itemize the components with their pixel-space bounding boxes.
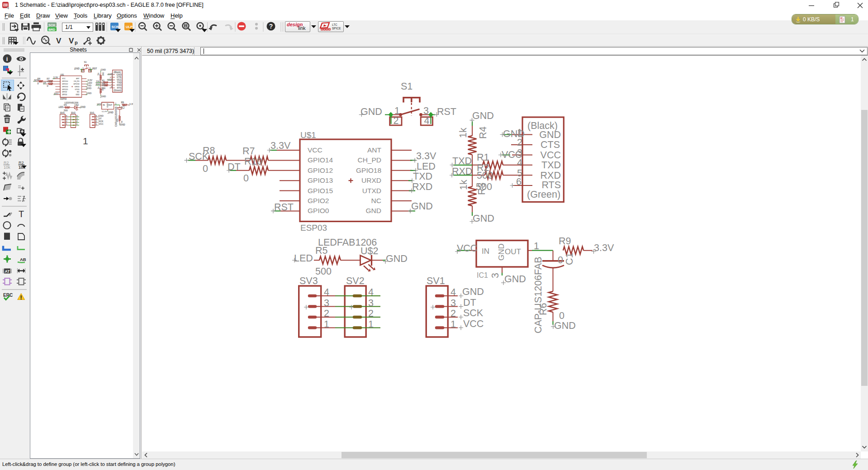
svg-text:R3: R3 — [476, 182, 487, 195]
svg-text:TXD: TXD — [452, 156, 472, 166]
svg-text:500: 500 — [477, 170, 493, 181]
svg-text:VCC: VCC — [463, 318, 484, 329]
svg-text:GPIO2: GPIO2 — [308, 197, 329, 204]
svg-text:RST: RST — [274, 202, 294, 213]
svg-text:3: 3 — [490, 273, 501, 278]
svg-text:TXD: TXD — [413, 171, 432, 182]
svg-text:1: 1 — [517, 127, 522, 138]
svg-text:ESP03: ESP03 — [300, 223, 327, 233]
svg-text:0: 0 — [243, 173, 249, 184]
svg-text:0: 0 — [558, 255, 563, 266]
svg-text:LED: LED — [417, 161, 436, 172]
svg-text:R5: R5 — [315, 245, 328, 256]
svg-text:OUT: OUT — [505, 247, 521, 256]
svg-text:R2: R2 — [4, 161, 9, 165]
svg-text:4: 4 — [324, 287, 329, 298]
svg-text:10k: 10k — [4, 165, 10, 170]
svg-text:2: 2 — [394, 115, 399, 126]
svg-text:GND: GND — [504, 274, 526, 285]
svg-text:SCH: SCH — [3, 4, 9, 6]
svg-text:R6: R6 — [538, 303, 549, 315]
svg-text:2: 2 — [324, 308, 329, 319]
svg-text:LED: LED — [294, 253, 313, 264]
svg-text:1: 1 — [368, 319, 374, 330]
svg-text:U$2: U$2 — [360, 246, 378, 256]
svg-text:GND: GND — [386, 253, 408, 264]
svg-text:R8: R8 — [203, 145, 215, 156]
svg-text:SCK: SCK — [463, 308, 484, 318]
svg-text:3.3V: 3.3V — [416, 151, 436, 161]
svg-text:R9: R9 — [559, 236, 571, 247]
svg-text:IC1: IC1 — [477, 271, 488, 279]
svg-text:GPIO18: GPIO18 — [356, 166, 381, 174]
svg-text:RXD: RXD — [541, 170, 561, 181]
svg-text:3: 3 — [324, 298, 329, 309]
svg-text:S1: S1 — [401, 81, 413, 92]
svg-text:3: 3 — [423, 105, 429, 116]
svg-text:TXD: TXD — [541, 160, 561, 171]
svg-text:2: 2 — [517, 137, 522, 148]
svg-text:GPIO0: GPIO0 — [308, 207, 329, 214]
svg-text:GND: GND — [360, 106, 382, 117]
svg-text:R4: R4 — [478, 126, 489, 139]
svg-text:4: 4 — [424, 115, 430, 126]
svg-text:GND: GND — [462, 286, 484, 297]
svg-text:IN: IN — [482, 247, 489, 256]
svg-text:GPIO13: GPIO13 — [308, 176, 333, 184]
svg-text:4: 4 — [451, 287, 456, 298]
svg-text:2: 2 — [451, 308, 456, 319]
svg-text:RXD: RXD — [412, 181, 432, 192]
svg-text:URXD: URXD — [361, 176, 381, 184]
svg-text:SV2: SV2 — [346, 275, 365, 286]
svg-text:3: 3 — [517, 147, 522, 158]
svg-text:R1: R1 — [477, 152, 489, 163]
svg-text:GND: GND — [472, 110, 494, 121]
svg-text:4: 4 — [517, 157, 522, 168]
svg-text:1: 1 — [324, 319, 329, 330]
svg-text:0: 0 — [559, 310, 564, 321]
svg-text:0: 0 — [203, 163, 208, 174]
svg-text:3.3V: 3.3V — [594, 242, 614, 253]
svg-text:GPIO15: GPIO15 — [308, 187, 333, 195]
svg-text:VCC: VCC — [541, 150, 561, 161]
svg-text:AB: AB — [20, 257, 26, 262]
svg-text:GND: GND — [497, 243, 506, 261]
svg-text:GND: GND — [366, 207, 381, 214]
svg-text:1k: 1k — [458, 128, 469, 138]
svg-text:VCC: VCC — [457, 243, 477, 254]
svg-text:RTS: RTS — [541, 180, 561, 190]
svg-text:6: 6 — [516, 176, 522, 187]
svg-text:GND: GND — [554, 320, 576, 331]
svg-text:(Green): (Green) — [527, 189, 560, 200]
svg-text:CAP-US1206FAB: CAP-US1206FAB — [533, 256, 544, 333]
svg-text:T: T — [19, 209, 24, 219]
svg-text:GND: GND — [473, 213, 494, 224]
svg-text:DT: DT — [228, 161, 241, 172]
svg-text:NC: NC — [371, 197, 381, 204]
svg-text:R10: R10 — [244, 156, 262, 167]
svg-text:CH_PD: CH_PD — [357, 156, 381, 164]
svg-text:DT: DT — [463, 297, 476, 308]
svg-text:GND: GND — [539, 129, 561, 140]
svg-text:2: 2 — [368, 308, 374, 319]
svg-text:UTXD: UTXD — [362, 187, 381, 195]
svg-text:ANT: ANT — [367, 146, 382, 154]
svg-text:4: 4 — [368, 287, 374, 298]
svg-text:R7: R7 — [242, 146, 255, 157]
svg-text:i: i — [6, 56, 8, 62]
svg-text:1: 1 — [534, 241, 539, 252]
svg-text:C1: C1 — [564, 253, 575, 265]
svg-text:RST: RST — [437, 106, 456, 117]
svg-text:U$1: U$1 — [300, 130, 316, 140]
svg-text:GND: GND — [411, 201, 433, 212]
svg-text:1k: 1k — [458, 180, 469, 190]
svg-text:3: 3 — [368, 298, 374, 309]
svg-text:1: 1 — [394, 105, 400, 116]
svg-text:GPIO14: GPIO14 — [308, 156, 333, 164]
svg-text:CTS: CTS — [541, 139, 560, 150]
svg-text:3: 3 — [451, 298, 456, 309]
svg-text:AT: AT — [5, 269, 10, 274]
svg-text:VCC: VCC — [308, 146, 323, 154]
svg-text:GPIO12: GPIO12 — [308, 166, 333, 174]
svg-text:RXD: RXD — [452, 166, 472, 177]
